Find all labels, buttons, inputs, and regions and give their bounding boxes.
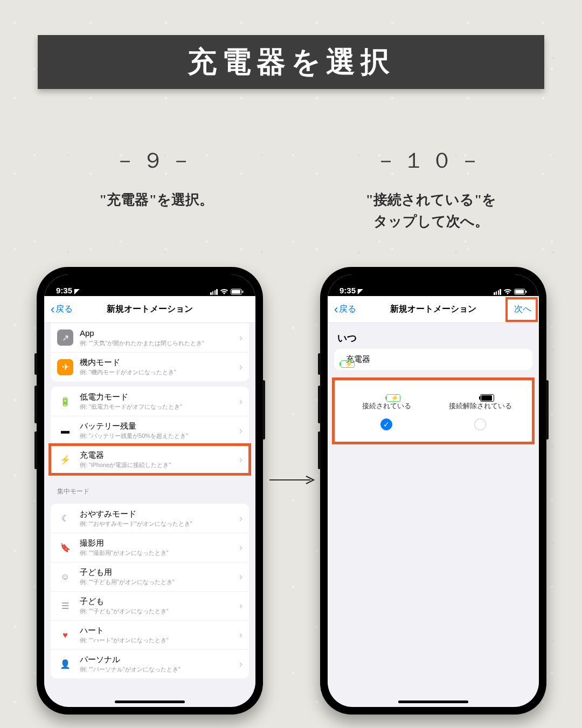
list-item-subtitle: 例: ""パーソナル"がオンになったとき": [80, 665, 236, 674]
list-item-text: バッテリー残量例: "バッテリー残量が50%を超えたとき": [80, 421, 236, 440]
phone-notch: [384, 274, 483, 290]
chevron-right-icon: ›: [236, 454, 242, 465]
phone-side-button: [318, 431, 321, 469]
list-item-title: バッテリー残量: [80, 421, 236, 431]
step-10-header: －１０－ "接続されている"を タップして次へ。: [307, 146, 555, 233]
app-icon: ↗: [57, 329, 73, 346]
step-9-number: －９－: [32, 146, 280, 175]
arrow-icon: [268, 475, 317, 485]
list-item-subtitle: 例: "低電力モードがオフになったとき": [80, 403, 236, 411]
list-item-subtitle: 例: ""子ども用"がオンになったとき": [80, 578, 236, 586]
list-item-item[interactable]: ✈機内モード例: "機内モードがオンになったとき"›: [51, 352, 249, 381]
choice-disconnected[interactable]: 接続解除されている: [433, 394, 527, 430]
automation-trigger-list[interactable]: ↗App例: ""天気"が開かれたかまたは閉じられたとき"›✈機内モード例: "…: [44, 323, 255, 678]
phone-screen-right: 9:35 ◤ ‹ 戻る 新規オートメーション 次へ いつ ⚡: [328, 274, 539, 707]
home-indicator[interactable]: [115, 700, 185, 703]
list-item-title: パーソナル: [80, 655, 236, 664]
status-indicators: [210, 289, 244, 295]
nav-bar: ‹ 戻る 新規オートメーション 次へ: [328, 296, 539, 323]
nav-title: 新規オートメーション: [107, 304, 193, 315]
page-title: 充電器を選択: [188, 43, 395, 82]
phone-side-button: [262, 380, 265, 439]
wifi-icon: [220, 289, 228, 295]
phone-side-button: [34, 431, 37, 469]
status-indicators: [494, 289, 527, 295]
list-item-subtitle: 例: "バッテリー残量が50%を超えたとき": [80, 432, 236, 440]
list-item-subtitle: 例: ""子ども"がオンになったとき": [80, 607, 236, 615]
home-indicator[interactable]: [398, 700, 468, 703]
list-item-text: パーソナル例: ""パーソナル"がオンになったとき": [80, 655, 236, 674]
section-header-focus: 集中モード: [44, 479, 255, 498]
phone-side-button: [318, 386, 321, 423]
phone-mockup-left: 9:35 ◤ ‹ 戻る 新規オートメーション ↗App例: ""天気"が開かれた…: [37, 267, 263, 715]
status-time: 9:35 ◤: [340, 286, 363, 295]
list-item-item[interactable]: 🔖撮影用例: ""撮影用"がオンになったとき"›: [51, 533, 249, 562]
item-icon: ☺: [57, 569, 73, 585]
nav-back-button[interactable]: ‹ 戻る: [331, 300, 359, 318]
item-icon: ✈: [57, 359, 73, 375]
list-item-text: 充電器例: "iPhoneが電源に接続したとき": [80, 450, 236, 469]
svg-rect-6: [526, 291, 527, 293]
list-item-text: ハート例: ""ハート"がオンになったとき": [80, 626, 236, 644]
step-10-caption: "接続されている"を タップして次へ。: [307, 189, 555, 233]
chevron-right-icon: ›: [236, 571, 242, 582]
list-item-item[interactable]: ♥ハート例: ""ハート"がオンになったとき"›: [51, 620, 249, 649]
phone-side-button: [34, 353, 37, 375]
list-group: 🔋低電力モード例: "低電力モードがオフになったとき"›▬バッテリー残量例: "…: [51, 387, 249, 474]
list-item-app[interactable]: ↗App例: ""天気"が開かれたかまたは閉じられたとき"›: [51, 323, 249, 352]
item-icon: ♥: [57, 627, 73, 643]
chevron-right-icon: ›: [236, 600, 242, 612]
step-10-number: －１０－: [307, 146, 555, 175]
list-item-text: 機内モード例: "機内モードがオンになったとき": [80, 358, 236, 376]
list-item-subtitle: 例: ""天気"が開かれたかまたは閉じられたとき": [80, 339, 236, 347]
trigger-chip-charger: ⚡ 充電器: [334, 349, 532, 370]
list-item-item[interactable]: 🔋低電力モード例: "低電力モードがオフになったとき"›: [51, 387, 249, 416]
nav-back-button[interactable]: ‹ 戻る: [47, 300, 76, 318]
chevron-left-icon: ‹: [334, 306, 338, 313]
item-icon: ⚡: [57, 452, 73, 468]
radio-unchecked-icon[interactable]: [474, 418, 486, 430]
nav-title: 新規オートメーション: [390, 304, 476, 315]
choice-connected[interactable]: ⚡ 接続されている ✓: [340, 394, 433, 430]
list-item-text: 子ども例: ""子ども"がオンになったとき": [80, 596, 236, 615]
list-item-item[interactable]: ☰子ども例: ""子ども"がオンになったとき"›: [51, 591, 249, 620]
phone-side-button: [546, 380, 549, 439]
list-item-text: 子ども用例: ""子ども用"がオンになったとき": [80, 567, 236, 586]
svg-rect-3: [242, 291, 244, 293]
list-item-subtitle: 例: ""おやすみモード"がオンになったとき": [80, 520, 236, 528]
location-arrow-icon: ◤: [74, 287, 79, 295]
page-title-bar: 充電器を選択: [38, 35, 544, 89]
nav-back-label: 戻る: [56, 304, 73, 315]
cellular-signal-icon: [494, 289, 501, 295]
chevron-right-icon: ›: [236, 332, 242, 344]
list-item-title: 充電器: [80, 450, 236, 460]
svg-rect-5: [515, 290, 524, 294]
nav-bar: ‹ 戻る 新規オートメーション: [44, 296, 255, 323]
list-item-title: おやすみモード: [80, 509, 236, 519]
list-group: ☾おやすみモード例: ""おやすみモード"がオンになったとき"›🔖撮影用例: "…: [51, 504, 249, 678]
list-item-subtitle: 例: ""ハート"がオンになったとき": [80, 636, 236, 644]
list-item-text: おやすみモード例: ""おやすみモード"がオンになったとき": [80, 509, 236, 528]
list-item-item[interactable]: ☺子ども用例: ""子ども用"がオンになったとき"›: [51, 562, 249, 591]
when-label: いつ: [328, 323, 539, 349]
list-item-title: 子ども用: [80, 567, 236, 577]
chevron-right-icon: ›: [236, 396, 242, 407]
choice-disconnected-label: 接続解除されている: [449, 401, 512, 411]
list-item-item[interactable]: ▬バッテリー残量例: "バッテリー残量が50%を超えたとき"›: [51, 416, 249, 445]
list-item-title: 機内モード: [80, 358, 236, 367]
list-item-text: 低電力モード例: "低電力モードがオフになったとき": [80, 392, 236, 411]
chevron-right-icon: ›: [236, 361, 242, 373]
list-item-text: 撮影用例: ""撮影用"がオンになったとき": [80, 538, 236, 557]
list-item-item[interactable]: ⚡充電器例: "iPhoneが電源に接続したとき"›: [51, 445, 249, 474]
list-group: ↗App例: ""天気"が開かれたかまたは閉じられたとき"›✈機内モード例: "…: [51, 323, 249, 381]
list-item-item[interactable]: 👤パーソナル例: ""パーソナル"がオンになったとき"›: [51, 649, 249, 678]
phone-screen-left: 9:35 ◤ ‹ 戻る 新規オートメーション ↗App例: ""天気"が開かれた…: [44, 274, 255, 707]
item-icon: ☾: [57, 510, 73, 526]
radio-checked-icon[interactable]: ✓: [380, 418, 392, 430]
list-item-item[interactable]: ☾おやすみモード例: ""おやすみモード"がオンになったとき"›: [51, 504, 249, 533]
nav-next-button[interactable]: 次へ: [511, 301, 535, 317]
svg-rect-2: [232, 290, 240, 294]
chevron-left-icon: ‹: [51, 306, 54, 313]
item-icon: 👤: [57, 656, 73, 672]
list-item-title: 撮影用: [80, 538, 236, 548]
